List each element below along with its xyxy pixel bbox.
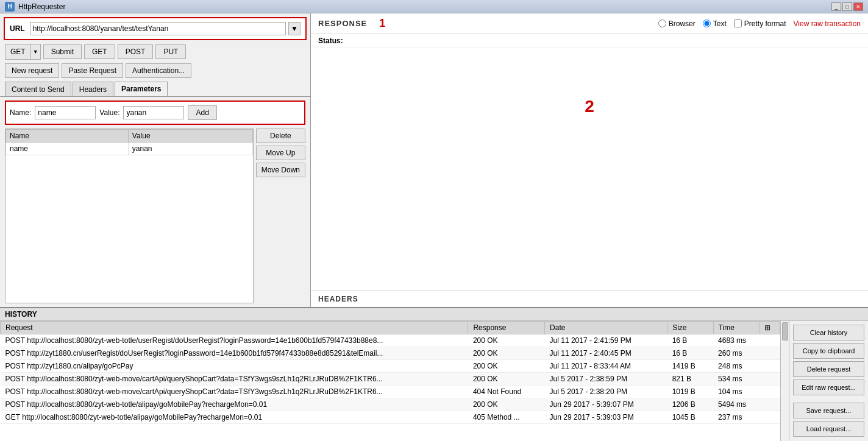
post-button[interactable]: POST (118, 44, 154, 59)
history-table-wrap[interactable]: Request Response Date Size Time ⊞ POST h… (0, 321, 780, 441)
history-row[interactable]: POST http://zyt1880.cn/alipay/goPcPay 20… (1, 360, 780, 373)
history-time: 4683 ms (713, 334, 759, 347)
col-request: Request (1, 322, 468, 334)
history-row[interactable]: POST http://localhost:8080/zyt-web-move/… (1, 386, 780, 398)
minimize-button[interactable]: _ (831, 2, 841, 11)
title-bar-text: HttpRequester (18, 2, 65, 11)
delete-button[interactable]: Delete (256, 129, 305, 143)
pretty-format-checkbox[interactable] (734, 19, 742, 27)
param-value-label: Value: (99, 108, 119, 117)
method-select: GET ▼ (5, 44, 41, 60)
history-sidebar: Clear history Copy to clipboard Delete r… (789, 321, 868, 441)
response-annotation-2: 2 (585, 97, 594, 116)
params-table: Name Value name yanan (5, 129, 254, 303)
param-name-label: Name: (10, 108, 31, 117)
history-response: 404 Not Found (468, 386, 545, 398)
col-response: Response (468, 322, 545, 334)
headers-section-title: Headers (318, 295, 358, 303)
tab-parameters[interactable]: Parameters (115, 82, 168, 96)
browser-option[interactable]: Browser (658, 19, 695, 28)
param-value-input[interactable] (123, 106, 184, 119)
history-row[interactable]: POST http://localhost:8080/zyt-web-totle… (1, 334, 780, 347)
history-request: POST http://zyt1880.cn/alipay/goPcPay (1, 360, 468, 373)
response-annotation-1: 1 (379, 17, 385, 30)
params-panel: Name: Value: Add Name Value (0, 97, 310, 307)
text-option[interactable]: Text (703, 19, 727, 28)
history-request: POST http://localhost:8080/zyt-web-move/… (1, 373, 468, 386)
history-action (760, 386, 780, 398)
get-method-button[interactable]: GET (5, 44, 30, 59)
param-name-input[interactable] (35, 106, 96, 119)
tab-headers[interactable]: Headers (73, 82, 113, 96)
paste-request-button[interactable]: Paste Request (62, 63, 123, 78)
get-button[interactable]: GET (84, 44, 115, 59)
col-header-name: Name (6, 130, 129, 143)
history-row[interactable]: GET http://localhost:8080/zyt-web-totle/… (1, 411, 780, 424)
param-row-value: yanan (128, 143, 252, 155)
history-action (760, 334, 780, 347)
history-date: Jul 5 2017 - 2:38:59 PM (545, 373, 667, 386)
url-dropdown-button[interactable]: ▼ (288, 22, 301, 35)
pretty-format-option[interactable]: Pretty format (734, 19, 786, 28)
maximize-button[interactable]: □ (842, 2, 852, 11)
history-row[interactable]: POST http://zyt1880.cn/userRegist/doUser… (1, 347, 780, 360)
col-time: Time (713, 322, 759, 334)
param-row-name: name (6, 143, 129, 155)
app-icon: H (5, 2, 15, 12)
text-radio[interactable] (703, 19, 711, 27)
add-button[interactable]: Add (188, 105, 216, 120)
history-response: 200 OK (468, 360, 545, 373)
authentication-button[interactable]: Authentication... (126, 63, 191, 78)
response-headers-section: Headers (311, 291, 868, 307)
put-button[interactable]: PUT (155, 44, 186, 59)
submit-button[interactable]: Submit (43, 44, 82, 59)
history-request: POST http://zyt1880.cn/userRegist/doUser… (1, 347, 468, 360)
history-scrollbar[interactable] (780, 321, 789, 441)
history-request: POST http://localhost:8080/zyt-web-totle… (1, 334, 468, 347)
history-action (760, 347, 780, 360)
history-date: Jul 5 2017 - 2:38:20 PM (545, 386, 667, 398)
edit-raw-request-button[interactable]: Edit raw request... (793, 379, 864, 395)
history-row[interactable]: POST http://localhost:8080/zyt-web-move/… (1, 373, 780, 386)
history-row[interactable]: POST http://localhost:8080/zyt-web-totle… (1, 398, 780, 411)
view-raw-link[interactable]: View raw transaction (794, 19, 861, 28)
table-row[interactable]: name yanan (6, 143, 253, 155)
status-row: Status: (311, 34, 868, 48)
param-input-row: Name: Value: Add (5, 101, 305, 125)
move-up-button[interactable]: Move Up (256, 146, 305, 160)
history-action (760, 360, 780, 373)
url-input[interactable] (30, 22, 286, 35)
browser-label: Browser (669, 19, 695, 28)
history-date: Jul 11 2017 - 8:33:44 AM (545, 360, 667, 373)
move-down-button[interactable]: Move Down (256, 163, 305, 177)
history-action (760, 411, 780, 424)
new-request-button[interactable]: New request (5, 63, 59, 78)
col-header-value: Value (128, 130, 252, 143)
close-button[interactable]: ✕ (853, 2, 863, 11)
history-size: 16 B (667, 347, 713, 360)
history-time: 534 ms (713, 373, 759, 386)
browser-radio[interactable] (658, 19, 666, 27)
save-request-button[interactable]: Save request... (793, 403, 864, 418)
copy-to-clipboard-button[interactable]: Copy to clipboard (793, 343, 864, 359)
history-size: 1019 B (667, 386, 713, 398)
tab-bar: Content to Send Headers Parameters (0, 82, 310, 97)
delete-request-button[interactable]: Delete request (793, 361, 864, 377)
main-container: URL ▼ GET ▼ Submit GET POST PUT New requ… (0, 13, 868, 307)
load-request-button[interactable]: Load request... (793, 421, 864, 437)
history-response: 200 OK (468, 398, 545, 411)
tab-content-to-send[interactable]: Content to Send (5, 82, 71, 96)
history-response: 405 Method ... (468, 411, 545, 424)
right-panel: Response 1 Browser Text Pretty format Vi… (311, 13, 868, 307)
col-date: Date (545, 322, 667, 334)
history-request: POST http://localhost:8080/zyt-web-totle… (1, 398, 468, 411)
history-size: 821 B (667, 373, 713, 386)
history-action (760, 373, 780, 386)
method-dropdown-button[interactable]: ▼ (30, 44, 40, 59)
history-title: History (5, 310, 37, 319)
table-buttons: Delete Move Up Move Down (256, 129, 305, 303)
history-size: 1206 B (667, 398, 713, 411)
clear-history-button[interactable]: Clear history (793, 325, 864, 340)
scrollbar-thumb[interactable] (782, 322, 788, 340)
history-size: 1045 B (667, 411, 713, 424)
